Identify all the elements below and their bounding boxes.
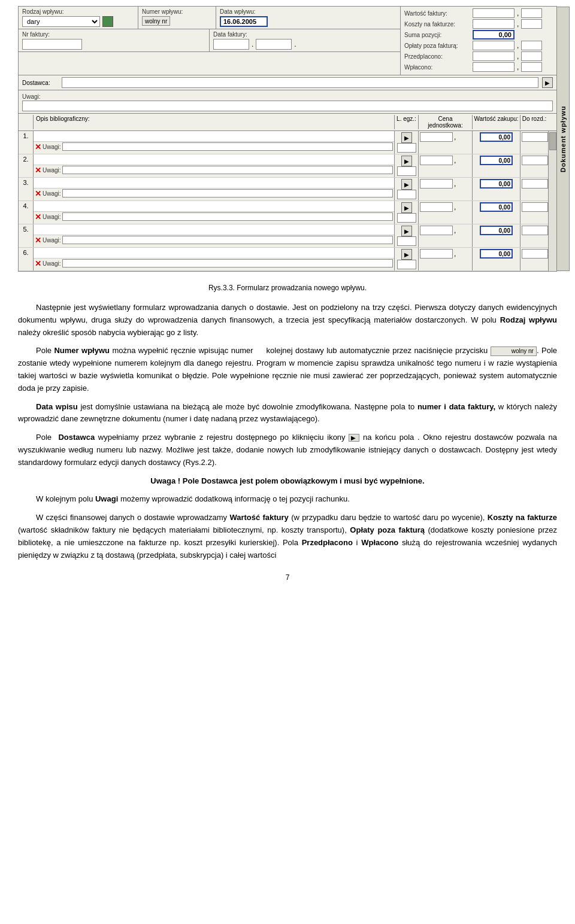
- koszty-row: Koszty na fakturze: ,: [404, 19, 553, 29]
- bold-uwaga-text: Pole Dostawca jest polem obowiązkowym i …: [183, 476, 425, 485]
- paragraph-6: W kolejnym polu Uwagi możemy wprowadzić …: [18, 493, 557, 506]
- comma3: ,: [517, 41, 519, 50]
- dostawca-input[interactable]: [62, 77, 538, 88]
- item-legz-input-5[interactable]: [397, 236, 416, 246]
- item-wartosc-display-1: [480, 132, 513, 142]
- item-dorozd-input-2[interactable]: [522, 156, 548, 165]
- item-opis-input-5[interactable]: [34, 224, 394, 235]
- item-num-3: 3.: [19, 178, 34, 200]
- wolny-nr-button[interactable]: wolny nr: [142, 16, 170, 26]
- item-delete-btn-2[interactable]: ✕: [35, 166, 41, 174]
- data-input[interactable]: [220, 16, 268, 27]
- wolny-nr-inline[interactable]: wolny nr: [491, 346, 537, 356]
- item-dorozd-input-6[interactable]: [522, 249, 548, 259]
- przedplacono-input1[interactable]: [473, 51, 515, 61]
- item-legz-btn-6[interactable]: ▶: [401, 249, 412, 260]
- item-legz-btn-1[interactable]: ▶: [401, 132, 412, 143]
- numer-field-row: wolny nr: [142, 16, 212, 26]
- item-cena-inner-3: ,: [420, 179, 471, 189]
- item-cena-input-4[interactable]: [420, 202, 453, 212]
- col-cena-header: Cena jednostkowa:: [419, 115, 473, 129]
- item-wartosc-col-4: [473, 201, 520, 224]
- item-legz-input-1[interactable]: [397, 143, 416, 153]
- cena-comma-1: ,: [454, 133, 456, 141]
- scrollbar[interactable]: [548, 131, 556, 271]
- item-legz-input-6[interactable]: [397, 260, 416, 269]
- item-num-label-2: 2.: [23, 156, 28, 163]
- wplacono-label: Wpłacono:: [404, 64, 470, 71]
- item-legz-input-4[interactable]: [397, 213, 416, 223]
- item-dorozd-input-4[interactable]: [522, 202, 548, 212]
- item-cena-inner-5: ,: [420, 226, 471, 235]
- item-uwagi-input-5[interactable]: [62, 236, 393, 244]
- item-opis-input-2[interactable]: [34, 154, 394, 165]
- oplaty-input1[interactable]: [473, 41, 515, 50]
- item-dorozd-input-5[interactable]: [522, 226, 548, 235]
- item-legz-btn-2[interactable]: ▶: [401, 156, 412, 166]
- cena-comma-6: ,: [454, 250, 456, 258]
- przedplacono-label: Przedplacono:: [404, 53, 470, 60]
- item-legz-col-1: ▶: [395, 131, 419, 154]
- wartosc-input2[interactable]: [521, 8, 542, 18]
- item-cena-input-6[interactable]: [420, 249, 453, 259]
- item-uwagi-row-1: ✕ Uwagi:: [34, 142, 394, 151]
- koszty-input1[interactable]: [473, 19, 515, 29]
- item-cena-input-5[interactable]: [420, 226, 453, 235]
- item-uwagi-label-3: Uwagi:: [43, 190, 61, 197]
- data-field-row: [220, 16, 397, 27]
- item-cena-input-3[interactable]: [420, 179, 453, 189]
- numer-section: Numer wpływu: wolny nr: [138, 7, 216, 29]
- item-delete-btn-3[interactable]: ✕: [35, 190, 41, 197]
- item-opis-input-1[interactable]: [34, 131, 394, 142]
- dostawca-label: Dostawca:: [22, 80, 58, 86]
- scroll-thumb[interactable]: [549, 132, 556, 150]
- bold-wplacono: Wpłacono: [361, 538, 398, 547]
- item-cena-input-2[interactable]: [420, 156, 453, 165]
- przedplacono-input2[interactable]: [521, 51, 542, 61]
- item-opis-input-6[interactable]: [34, 248, 394, 259]
- nr-faktury-input[interactable]: [22, 39, 82, 50]
- rodzaj-dropdown[interactable]: dary: [22, 16, 100, 27]
- item-uwagi-input-1[interactable]: [62, 142, 393, 151]
- item-uwagi-input-4[interactable]: [62, 212, 393, 221]
- item-delete-btn-4[interactable]: ✕: [35, 213, 41, 221]
- item-opis-input-3[interactable]: [34, 178, 394, 189]
- item-dorozd-input-3[interactable]: [522, 179, 548, 189]
- comma5: ,: [517, 63, 519, 71]
- data-faktury-input1[interactable]: [213, 39, 249, 50]
- paragraph-7: W części finansowej danych o dostawie wp…: [18, 512, 557, 561]
- item-dorozd-input-1[interactable]: [522, 132, 548, 142]
- item-cena-col-4: ,: [419, 201, 473, 224]
- item-uwagi-input-6[interactable]: [62, 259, 393, 268]
- item-legz-input-3[interactable]: [397, 190, 416, 199]
- item-uwagi-input-3[interactable]: [62, 189, 393, 197]
- koszty-label: Koszty na fakturze:: [404, 21, 470, 28]
- item-cena-input-1[interactable]: [420, 132, 453, 142]
- wartosc-label: Wartość faktury:: [404, 10, 470, 17]
- koszty-input2[interactable]: [521, 19, 542, 29]
- col-opis-header: Opis bibliograficzny:: [34, 115, 395, 129]
- wplacono-input1[interactable]: [473, 62, 515, 72]
- item-opis-input-4[interactable]: [34, 201, 394, 212]
- item-delete-btn-5[interactable]: ✕: [35, 236, 41, 244]
- data-faktury-input2[interactable]: [256, 39, 292, 50]
- wplacono-input2[interactable]: [521, 62, 542, 72]
- item-legz-input-2[interactable]: [397, 166, 416, 176]
- item-legz-btn-5[interactable]: ▶: [401, 226, 412, 236]
- item-opis-col-4: ✕ Uwagi:: [34, 201, 395, 224]
- item-uwagi-input-2[interactable]: [62, 166, 393, 174]
- uwagi-input[interactable]: [22, 101, 553, 111]
- bold-oplaty-poza-faktura: Opłaty poza fakturą: [350, 525, 425, 534]
- item-delete-btn-6[interactable]: ✕: [35, 260, 41, 268]
- wartosc-input1[interactable]: [473, 8, 515, 18]
- bold-rodzaj-wplywu: Rodzaj wpływu: [500, 315, 557, 324]
- table-row: 4. ✕ Uwagi: ▶: [19, 201, 556, 224]
- dostawca-lookup-button[interactable]: ▶: [542, 77, 553, 88]
- table-row: 6. ✕ Uwagi: ▶: [19, 248, 556, 271]
- item-cena-inner-4: ,: [420, 202, 471, 212]
- item-num-6: 6.: [19, 248, 34, 270]
- oplaty-input2[interactable]: [521, 41, 542, 50]
- item-legz-btn-3[interactable]: ▶: [401, 179, 412, 190]
- item-delete-btn-1[interactable]: ✕: [35, 143, 41, 151]
- item-legz-btn-4[interactable]: ▶: [401, 202, 412, 213]
